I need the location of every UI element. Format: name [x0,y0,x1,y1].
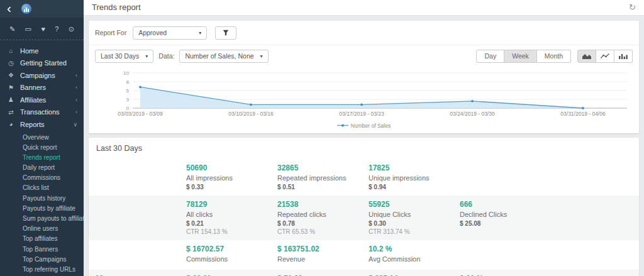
stat-cell: $ 16702.57Commissions [186,245,277,265]
stat-sub: $ 25.08 [460,220,633,227]
sidebar-top-icons: ✎▭♥?⊙ [0,18,84,40]
sidebar-item-reports[interactable]: ◕Reports∨ [0,118,84,131]
svg-text:03/03/2019 - 03/09: 03/03/2019 - 03/09 [118,111,163,117]
stat-label: Repeated impressions [277,174,362,182]
chevron-icon: ∨ [73,121,77,128]
stats-row: $ 16702.57Commissions$ 163751.02Revenue1… [89,240,639,270]
stat-cell [460,245,639,265]
refresh-icon[interactable]: ↻ [629,3,636,12]
line-chart-button[interactable] [596,50,614,63]
report-filter-toolbar: Report For Approved ▾ [89,21,639,45]
svg-text:03/10/2019 - 03/16: 03/10/2019 - 03/16 [228,111,274,117]
stat-sub: $ 0.78 [277,220,362,227]
sidebar-subitem-clicks-list[interactable]: Clicks list [0,183,84,193]
exchange-icon: ⇄ [6,109,16,116]
heart-icon[interactable]: ♥ [41,26,45,33]
stat-sub2: CTR 65.53 % [277,228,362,235]
sidebar-nav: ⌂Home◷Getting Started❖Campaigns‹⚑Banners… [0,40,84,131]
back-button[interactable]: ‹ [7,1,11,14]
sidebar-item-banners[interactable]: ⚑Banners‹ [0,82,84,94]
stat-label: Declined Clicks [460,211,633,218]
monitor-icon[interactable]: ▭ [25,26,31,33]
sidebar-subitem-payouts-by-affiliate[interactable]: Payouts by affiliate [0,204,84,214]
stats-row: 50690All impressions$ 0.3332865Repeated … [89,159,639,196]
sidebar-item-transactions[interactable]: ⇄Transactions‹ [0,106,84,119]
period-button-week[interactable]: Week [504,50,537,63]
stat-sub: $ 0.94 [369,184,453,190]
filter-button[interactable] [215,26,236,40]
stat-sub: $ 0.30 [369,220,453,227]
stat-label: Repeated clicks [277,211,362,218]
svg-text:10: 10 [123,70,129,75]
stat-cell: 17825Unique impressions$ 0.94 [369,163,460,190]
stat-sub2: CTR 154.13 % [186,228,271,235]
report-for-label: Report For [95,29,126,36]
sidebar-subitem-trends-report[interactable]: Trends report [0,153,84,163]
stats-heading: Last 30 Days [89,138,639,159]
svg-text:03/17/2019 - 03/23: 03/17/2019 - 03/23 [339,111,384,117]
period-button-day[interactable]: Day [476,50,504,63]
sidebar-item-getting-started[interactable]: ◷Getting Started [0,57,84,70]
stat-cell: 21538Repeated clicks$ 0.78CTR 65.53 % [277,200,369,235]
stat-value: 10.2 % [369,245,453,253]
stat-label: All impressions [186,174,271,182]
funnel-icon [222,29,230,36]
stat-value: $ 163751.02 [277,245,362,253]
chart-legend: Number of Sales [89,122,639,133]
svg-text:03/31/2019 - 04/06: 03/31/2019 - 04/06 [560,111,606,117]
help-icon[interactable]: ? [55,26,58,33]
chevron-icon: ‹ [75,72,77,79]
sidebar-item-label: Campaigns [20,72,75,79]
sidebar-item-label: Getting Started [20,59,77,67]
sidebar-item-home[interactable]: ⌂Home [0,45,84,57]
sidebar-subitem-payouts-history[interactable]: Payouts history [0,194,84,204]
report-for-select[interactable]: Approved ▾ [133,26,207,40]
sidebar-subitem-quick-report[interactable]: Quick report [0,143,84,153]
stopwatch-icon: ◷ [6,60,16,67]
page-header: Trends report ↻ [84,0,644,16]
stat-label: Unique Clicks [369,211,453,218]
sidebar-top-bar: ‹ [0,0,84,18]
sidebar-subitem-overview[interactable]: Overview [0,133,84,143]
sidebar-subitem-online-users[interactable]: Online users [0,224,84,234]
sidebar-subitem-top-banners[interactable]: Top Banners [0,245,84,255]
main-area: Trends report ↻ Report For Approved ▾ [84,0,644,276]
stat-value: 21538 [277,200,362,209]
chevron-down-icon: ▾ [145,53,148,59]
sidebar-item-label: Affiliates [20,96,75,104]
trends-chart-svg: 10853003/03/2019 - 03/0903/10/2019 - 03/… [94,68,631,119]
stat-cell [95,200,186,235]
sidebar-item-affiliates[interactable]: ♟Affiliates‹ [0,94,84,106]
sidebar-subitem-commissions[interactable]: Commissions [0,173,84,183]
sidebar-subitem-daily-report[interactable]: Daily report [0,163,84,173]
sidebar-item-label: Reports [20,121,73,128]
sidebar-subitem-sum-payouts-to-affiliates[interactable]: Sum payouts to affiliates [0,214,84,224]
stat-cell: 666Declined Clicks$ 25.08 [460,200,639,235]
power-icon[interactable]: ⊙ [69,26,74,33]
stat-value: 17825 [369,163,453,172]
stat-cell: 32865Repeated impressions$ 0.51 [277,163,369,190]
sidebar-item-label: Home [20,47,77,55]
pencil-icon[interactable]: ✎ [9,26,15,33]
sidebar: ‹ ✎▭♥?⊙ ⌂Home◷Getting Started❖Campaigns‹… [0,0,84,276]
legend-marker-icon [337,123,348,128]
period-button-month[interactable]: Month [537,50,571,63]
data-series-select[interactable]: Number of Sales, None ▾ [179,50,268,63]
sidebar-item-label: Transactions [20,108,75,116]
date-range-select[interactable]: Last 30 Days ▾ [95,50,153,63]
stat-label: All clicks [186,211,271,218]
users-icon: ♟ [6,96,16,103]
area-chart-button[interactable] [577,50,596,63]
report-for-value: Approved [138,29,167,36]
sidebar-subitem-top-affiliates[interactable]: Top affiliates [0,234,84,244]
content: Report For Approved ▾ Last 30 Days ▾ [84,16,644,276]
page-title: Trends report [92,3,629,12]
stat-cell: $ 163751.02Revenue [277,245,369,265]
stat-value: 32865 [277,163,362,172]
sidebar-subitem-top-referring-urls[interactable]: Top referring URLs [0,265,84,275]
app-logo[interactable] [21,4,31,14]
chart-toolbar-left: Last 30 Days ▾ Data: Number of Sales, No… [95,50,269,63]
sidebar-subitem-top-campaigns[interactable]: Top Campaigns [0,255,84,265]
bar-chart-button[interactable] [614,50,633,63]
sidebar-item-campaigns[interactable]: ❖Campaigns‹ [0,69,84,82]
